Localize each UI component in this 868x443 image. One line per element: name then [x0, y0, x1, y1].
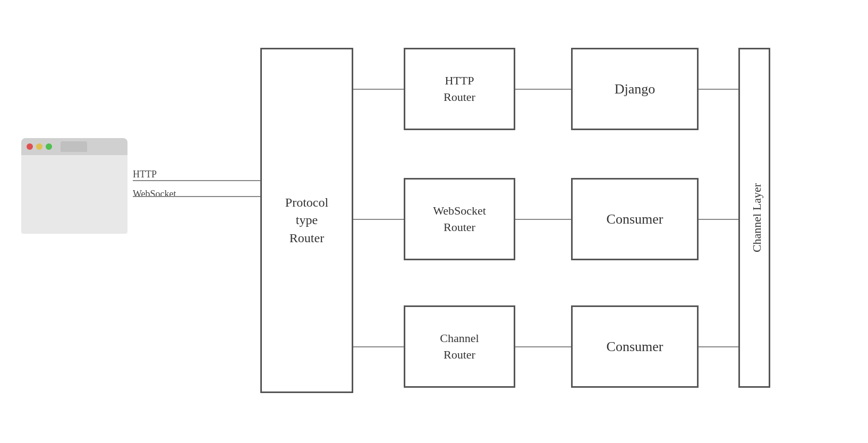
http-router-label: HTTPRouter — [444, 73, 475, 106]
websocket-label: WebSocket — [133, 189, 176, 200]
protocol-router-label: ProtocoltypeRouter — [285, 194, 328, 248]
browser-chrome — [21, 138, 127, 155]
browser-dot-green — [46, 143, 52, 150]
http-label: HTTP — [133, 169, 176, 180]
browser-labels: HTTP WebSocket — [133, 169, 176, 200]
http-router-box: HTTPRouter — [404, 48, 515, 130]
browser-dot-red — [27, 143, 33, 150]
websocket-router-box: WebSocketRouter — [404, 178, 515, 260]
protocol-router-box: ProtocoltypeRouter — [260, 48, 353, 393]
channel-router-label: ChannelRouter — [440, 330, 479, 363]
consumer2-box: Consumer — [571, 305, 699, 388]
diagram-container: HTTP WebSocket ProtocoltypeRouter — [0, 0, 868, 443]
browser-body — [21, 155, 127, 234]
browser-tab — [61, 141, 87, 152]
consumer1-box: Consumer — [571, 178, 699, 260]
browser-dot-yellow — [36, 143, 42, 150]
channel-layer-text: Channel Layer — [750, 183, 764, 252]
consumer1-label: Consumer — [607, 211, 663, 227]
django-box: Django — [571, 48, 699, 130]
websocket-router-label: WebSocketRouter — [433, 203, 486, 236]
consumer2-label: Consumer — [607, 339, 663, 355]
channel-router-box: ChannelRouter — [404, 305, 515, 388]
django-label: Django — [615, 81, 656, 97]
browser-window — [21, 138, 127, 234]
channel-layer-label-container: Channel Layer — [741, 48, 773, 388]
